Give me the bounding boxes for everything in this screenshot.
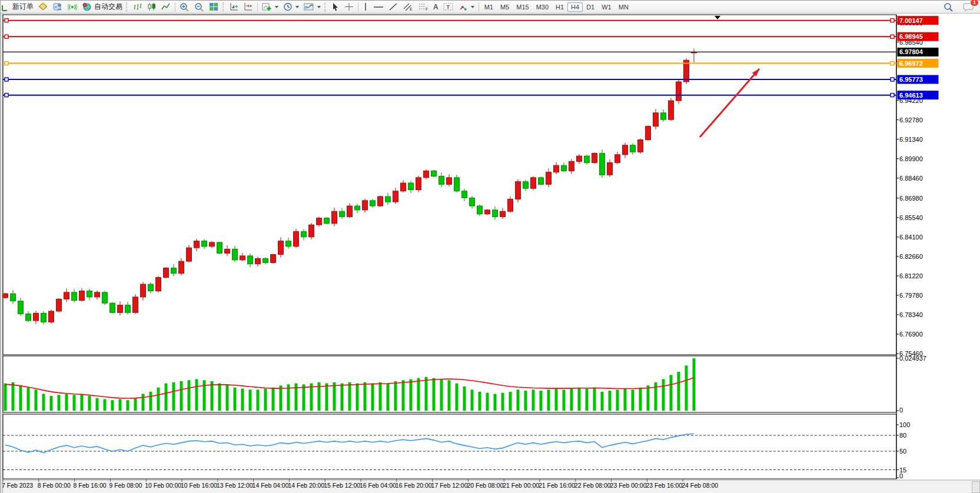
text-tool-label: A — [433, 3, 438, 11]
text-label-button[interactable]: T — [441, 1, 456, 13]
indicators-button[interactable] — [301, 1, 323, 13]
line-handle[interactable] — [891, 94, 894, 97]
timeframe-button-m15[interactable]: M15 — [513, 2, 532, 12]
line-handle[interactable] — [891, 35, 894, 38]
line-handle[interactable] — [891, 19, 894, 22]
macd-histogram-bar — [27, 388, 30, 411]
timeframe-button-h4[interactable]: H4 — [567, 2, 583, 12]
navigator-button[interactable] — [65, 1, 80, 13]
line-handle[interactable] — [5, 19, 8, 22]
macd-histogram-bar — [142, 394, 145, 411]
candle-body — [125, 305, 131, 313]
auto-scroll-button[interactable] — [241, 1, 255, 13]
period-button[interactable] — [281, 1, 301, 13]
macd-histogram-bar — [555, 389, 558, 411]
candle-body — [210, 242, 215, 246]
chart-area[interactable]: USDCNH, H4 6.97774 6.98058 6.97047 6.978… — [1, 14, 980, 493]
timeframe-button-h1[interactable]: H1 — [552, 2, 567, 12]
candle-body — [49, 311, 54, 322]
zoom-in-button[interactable] — [177, 1, 192, 13]
search-button[interactable] — [941, 1, 956, 13]
chart-shift-button[interactable] — [227, 1, 241, 13]
timeframe-button-m1[interactable]: M1 — [481, 2, 497, 12]
toolbar-separator — [358, 2, 358, 12]
candle-body — [271, 255, 276, 263]
macd-histogram-bar — [88, 396, 91, 411]
tile-windows-button[interactable] — [207, 1, 221, 13]
signal-icon — [68, 2, 78, 11]
date-label: 17 Feb 12:00 — [431, 482, 468, 489]
notifications-button[interactable]: 1 — [961, 1, 976, 13]
candle-body — [401, 183, 406, 191]
candle-body — [416, 178, 421, 190]
candle-body — [516, 182, 521, 199]
macd-histogram-bar — [12, 382, 15, 411]
data-window-button[interactable] — [51, 1, 65, 13]
crosshair-button[interactable] — [342, 1, 356, 13]
line-handle[interactable] — [5, 35, 8, 38]
macd-min-label: 0 — [899, 407, 903, 414]
candle-body — [133, 297, 138, 312]
chart-canvas[interactable]: 6.999806.985406.971006.956606.942206.927… — [1, 14, 980, 493]
candle-body — [3, 294, 8, 298]
cursor-button[interactable] — [329, 1, 342, 13]
autotrading-button[interactable]: 自动交易 — [80, 1, 125, 13]
equidistant-channel-button[interactable]: E — [400, 1, 416, 13]
candle-body — [546, 172, 552, 185]
timeframe-button-m30[interactable]: M30 — [533, 2, 552, 12]
line-handle[interactable] — [891, 62, 894, 65]
toolbar-separator — [175, 2, 175, 12]
line-chart-icon — [161, 2, 171, 11]
macd-histogram-bar — [524, 391, 527, 411]
candle-body — [317, 218, 322, 225]
rsi-level-label: 0 — [899, 472, 903, 479]
timeframe-button-w1[interactable]: W1 — [598, 2, 615, 12]
candle-body — [294, 232, 299, 246]
macd-histogram-bar — [632, 389, 634, 411]
text-tool-button[interactable]: A — [431, 1, 441, 13]
line-handle[interactable] — [5, 78, 8, 81]
horizontal-line-button[interactable] — [371, 1, 386, 13]
svg-text:F: F — [426, 7, 428, 11]
price-badge-label: 6.97804 — [899, 48, 923, 55]
macd-histogram-bar — [127, 400, 129, 411]
macd-histogram-bar — [81, 394, 84, 411]
toolbar-grip — [324, 2, 328, 12]
macd-histogram-bar — [4, 384, 7, 411]
new-chart-icon — [262, 2, 272, 11]
line-chart-button[interactable] — [159, 1, 173, 13]
candlestick-chart-button[interactable] — [145, 1, 159, 13]
timeframe-button-m5[interactable]: M5 — [497, 2, 513, 12]
candle-body — [309, 225, 314, 237]
line-handle[interactable] — [5, 94, 8, 97]
price-tick-label: 6.86980 — [899, 195, 923, 202]
macd-histogram-bar — [272, 388, 275, 411]
date-label: 16 Feb 20:00 — [396, 482, 432, 489]
timeframe-button-mn[interactable]: MN — [615, 2, 632, 12]
macd-histogram-bar — [616, 389, 619, 411]
new-order-button[interactable]: 新订单 — [10, 1, 36, 13]
line-handle[interactable] — [891, 78, 894, 81]
macd-histogram-bar — [19, 385, 22, 411]
arrows-tool-button[interactable] — [456, 1, 477, 13]
candle-body — [378, 196, 383, 206]
macd-histogram-bar — [325, 384, 328, 411]
macd-histogram-bar — [371, 384, 374, 411]
fibonacci-icon: F — [418, 2, 428, 11]
line-handle[interactable] — [5, 62, 8, 65]
zoom-out-button[interactable] — [192, 1, 207, 13]
candle-body — [26, 314, 31, 321]
macd-histogram-bar — [348, 382, 351, 411]
fibonacci-button[interactable]: F — [416, 1, 431, 13]
new-chart-button[interactable] — [260, 1, 281, 13]
candle-body — [653, 113, 659, 126]
resize-corner[interactable] — [972, 481, 980, 493]
candle-body — [255, 259, 261, 264]
candle-body — [485, 210, 490, 214]
trendline-button[interactable] — [386, 1, 400, 13]
toolbar-grip — [126, 2, 129, 12]
market-watch-button[interactable] — [36, 1, 51, 13]
vertical-line-button[interactable] — [360, 1, 371, 13]
bar-chart-button[interactable] — [131, 1, 145, 13]
timeframe-button-d1[interactable]: D1 — [583, 2, 598, 12]
